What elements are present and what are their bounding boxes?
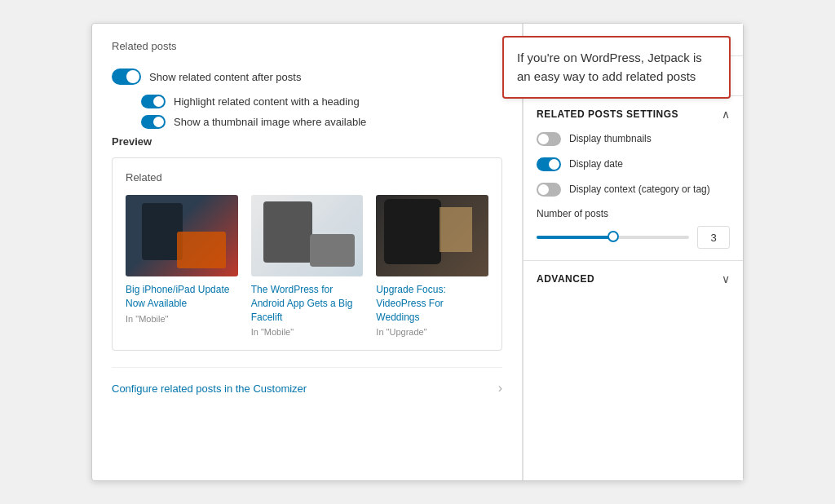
date-toggle[interactable]	[537, 157, 561, 171]
post-title-1[interactable]: Big iPhone/iPad Update Now Available	[126, 283, 238, 311]
preview-label: Preview	[112, 135, 502, 148]
thumbnails-label: Display thumbnails	[569, 132, 730, 146]
toggle-knob-context	[538, 184, 549, 195]
callout-box: If you're on WordPress, Jetpack is an ea…	[502, 36, 731, 99]
posts-count-row: Number of posts 3	[537, 208, 730, 249]
setting-date: Display date	[537, 157, 730, 171]
show-related-row: Show related content after posts	[112, 69, 502, 85]
thumbnails-toggle[interactable]	[537, 132, 561, 146]
toggle-knob-thumb	[538, 134, 549, 144]
show-related-toggle[interactable]	[112, 69, 141, 85]
post-title-2[interactable]: The WordPress for Android App Gets a Big…	[251, 283, 364, 324]
thumbnail-row: Show a thumbnail image where available	[141, 115, 502, 129]
settings-title: Related Posts Settings	[537, 108, 678, 120]
highlight-toggle[interactable]	[141, 95, 166, 108]
collapse-icon[interactable]: ∧	[722, 108, 730, 121]
advanced-header[interactable]: Advanced ∨	[537, 272, 730, 285]
toggle-knob-3	[153, 117, 164, 127]
callout-text: If you're on WordPress, Jetpack is an ea…	[517, 51, 702, 83]
configure-link[interactable]: Configure related posts in the Customize…	[112, 382, 307, 395]
toggle-knob-date	[549, 159, 559, 170]
post-image-1	[126, 195, 238, 276]
thumbnail-toggle[interactable]	[141, 115, 166, 129]
preview-posts: Big iPhone/iPad Update Now Available In …	[126, 195, 488, 337]
expand-icon: ∨	[722, 272, 730, 285]
highlight-label: Highlight related content with a heading	[174, 95, 360, 108]
main-content: Related posts Show related content after…	[92, 24, 523, 480]
posts-count-label: Number of posts	[537, 208, 730, 219]
page-title: Related posts	[112, 40, 502, 52]
configure-link-arrow: ›	[498, 381, 502, 396]
post-image-3	[376, 195, 488, 276]
context-label: Display context (category or tag)	[569, 183, 730, 197]
post-category-2: In "Mobile"	[251, 327, 364, 337]
thumbnail-label: Show a thumbnail image where available	[174, 116, 366, 128]
advanced-title: Advanced	[537, 273, 594, 285]
context-toggle[interactable]	[537, 183, 561, 197]
list-item: The WordPress for Android App Gets a Big…	[251, 195, 364, 337]
related-label: Related	[126, 171, 488, 183]
post-title-3[interactable]: Upgrade Focus: VideoPress For Weddings	[376, 283, 488, 324]
setting-context: Display context (category or tag)	[537, 183, 730, 197]
settings-section: Related Posts Settings ∧ Display thumbna…	[524, 96, 743, 261]
configure-link-row: Configure related posts in the Customize…	[112, 367, 502, 396]
post-category-3: In "Upgrade"	[376, 327, 488, 337]
toggle-knob-2	[153, 96, 164, 107]
advanced-section: Advanced ∨	[524, 261, 743, 297]
list-item: Big iPhone/iPad Update Now Available In …	[126, 195, 238, 337]
highlight-row: Highlight related content with a heading	[141, 95, 502, 108]
slider-thumb	[607, 231, 619, 242]
post-category-1: In "Mobile"	[126, 314, 238, 324]
slider-fill	[537, 236, 613, 239]
preview-box: Related Big iPhone/iPad Update Now Avail…	[112, 157, 502, 351]
post-image-2	[251, 195, 364, 276]
show-related-label: Show related content after posts	[149, 71, 301, 83]
slider-row: 3	[537, 226, 730, 249]
settings-section-header: Related Posts Settings ∧	[537, 108, 730, 121]
posts-slider[interactable]	[537, 236, 689, 239]
toggle-knob	[126, 70, 139, 83]
list-item: Upgrade Focus: VideoPress For Weddings I…	[376, 195, 488, 337]
posts-count-input[interactable]: 3	[697, 226, 730, 249]
date-label: Display date	[569, 157, 730, 171]
setting-thumbnails: Display thumbnails	[537, 132, 730, 146]
